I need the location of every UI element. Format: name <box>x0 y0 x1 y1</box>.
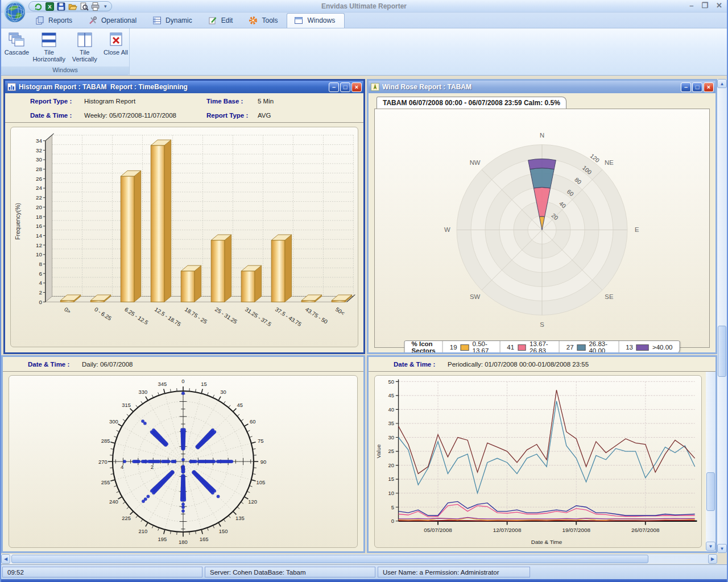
svg-text:26/07/2008: 26/07/2008 <box>631 527 660 533</box>
daily-date-time-label: Date & Time : <box>28 361 82 368</box>
windrose-close-button[interactable]: × <box>704 82 714 92</box>
legend-entry: 2726.83-40.00 <box>559 341 618 352</box>
svg-text:195: 195 <box>158 536 167 542</box>
svg-text:0: 0 <box>181 378 184 384</box>
windrose-chart: NNEESESSWWNW20406080100120 % Icon Sector… <box>374 109 710 348</box>
histogram-minimize-button[interactable]: – <box>329 82 339 92</box>
reports-icon <box>35 16 44 25</box>
svg-text:S: S <box>540 321 544 328</box>
svg-text:45: 45 <box>237 402 243 408</box>
tab-edit[interactable]: Edit <box>201 14 242 28</box>
svg-text:30: 30 <box>36 156 42 163</box>
svg-text:2: 2 <box>39 289 42 296</box>
svg-text:10: 10 <box>388 490 394 496</box>
svg-text:75: 75 <box>258 438 263 444</box>
periodic-line-chart: 0510152025303540455005/07/200812/07/2008… <box>374 375 702 548</box>
svg-text:14: 14 <box>36 232 42 239</box>
mdi-vscroll-up-button[interactable]: ▲ <box>717 79 727 88</box>
svg-text:150: 150 <box>219 528 228 534</box>
date-time-value: Weekly: 05/07/2008-11/07/2008 <box>84 112 206 119</box>
tab-tools[interactable]: Tools <box>242 14 287 28</box>
svg-text:270: 270 <box>98 459 107 465</box>
periodic-date-time-value: Periodically: 01/07/2008 00:00-01/08/200… <box>448 361 589 368</box>
mdi-vscroll-down-button[interactable]: ▼ <box>717 544 727 553</box>
svg-text:NE: NE <box>605 160 614 167</box>
svg-text:0>: 0> <box>63 306 72 314</box>
windrose-legend: % Icon Sectors 190.50-13.67 4113.67-26.8… <box>404 340 680 352</box>
tab-operational[interactable]: Operational <box>81 14 146 28</box>
mdi-hscroll-right-button[interactable]: ▶ <box>708 554 717 564</box>
legend-swatch-orange <box>461 344 469 351</box>
svg-text:N: N <box>540 132 544 139</box>
svg-text:120: 120 <box>248 498 257 505</box>
edit-icon <box>208 16 217 25</box>
time-base-label: Time Base : <box>206 98 258 105</box>
svg-text:28: 28 <box>36 166 42 172</box>
dynamic-icon <box>152 16 162 25</box>
windrose-window-titlebar[interactable]: Wind Rose Report : TABAM – □ × <box>369 81 715 93</box>
ribbon: Cascade Tile Horizontally Tile Verticall… <box>1 28 727 76</box>
app-restore-button[interactable]: ❐ <box>701 1 708 10</box>
svg-text:105: 105 <box>256 479 265 485</box>
svg-text:32: 32 <box>36 147 42 153</box>
histogram-window-icon <box>7 83 16 91</box>
mdi-vscroll-thumb[interactable] <box>718 326 726 377</box>
svg-text:0: 0 <box>39 299 42 305</box>
tab-windows[interactable]: Windows <box>287 13 345 28</box>
close-all-button[interactable]: Close All <box>104 30 128 65</box>
histogram-window-titlebar[interactable]: Histogram Report : TABAM Report : TimeBe… <box>5 81 363 93</box>
windows-icon <box>294 16 303 25</box>
date-time-label: Date & Time : <box>30 112 84 119</box>
window-vscroll-down-button[interactable]: ▼ <box>706 542 715 551</box>
window-vscroll-thumb[interactable] <box>706 472 715 511</box>
svg-text:05/07/2008: 05/07/2008 <box>424 527 452 533</box>
status-server: Server: Cohen DataBase: Tabam <box>205 567 375 577</box>
svg-text:22: 22 <box>36 194 42 201</box>
svg-text:SE: SE <box>605 293 614 300</box>
svg-text:0 - 6.25: 0 - 6.25 <box>93 306 113 322</box>
svg-text:315: 315 <box>122 402 131 408</box>
legend-entry: 4113.67-26.83 <box>499 341 559 352</box>
periodic-line-window: Date & Time : Periodically: 01/07/2008 0… <box>367 355 717 553</box>
app-minimize-button[interactable]: – <box>689 1 693 10</box>
window-vertical-scrollbar[interactable]: ▼ <box>706 372 715 551</box>
svg-text:135: 135 <box>235 515 245 521</box>
tile-horizontally-button[interactable]: Tile Horizontally <box>32 30 66 65</box>
mdi-hscroll-left-button[interactable]: ◀ <box>1 554 10 564</box>
close-all-icon <box>107 32 125 48</box>
windrose-maximize-button[interactable]: □ <box>692 82 702 92</box>
tile-vertically-button[interactable]: Tile Vertically <box>68 30 101 65</box>
svg-text:180: 180 <box>179 539 188 545</box>
tab-dynamic[interactable]: Dynamic <box>146 14 201 28</box>
windrose-tab-label[interactable]: TABAM 06/07/2008 00:00 - 06/07/2008 23:5… <box>377 97 566 109</box>
histogram-close-button[interactable]: × <box>351 82 362 92</box>
report-type-value: Histogram Report <box>84 98 206 105</box>
mdi-vertical-scrollbar[interactable]: ▲ ▼ <box>717 79 727 553</box>
periodic-date-time-label: Date & Time : <box>394 361 448 368</box>
tab-reports[interactable]: Reports <box>28 14 81 28</box>
cascade-button[interactable]: Cascade <box>3 30 30 65</box>
app-titlebar[interactable]: X ▾ Envidas Ultimate Reporter – ❐ ✕ <box>1 0 727 13</box>
application-window: X ▾ Envidas Ultimate Reporter – ❐ ✕ Repo… <box>0 0 728 582</box>
legend-swatch-pink <box>518 344 526 351</box>
svg-text:34: 34 <box>36 138 42 144</box>
svg-text:30: 30 <box>388 434 394 440</box>
windrose-minimize-button[interactable]: – <box>681 82 691 92</box>
mdi-hscroll-thumb[interactable] <box>11 555 648 563</box>
svg-text:12.5 - 18.75: 12.5 - 18.75 <box>154 306 182 327</box>
svg-text:19/07/2008: 19/07/2008 <box>562 527 590 533</box>
svg-text:300: 300 <box>109 418 118 425</box>
svg-text:25 - 31.25: 25 - 31.25 <box>214 306 239 325</box>
svg-text:8: 8 <box>39 261 42 267</box>
agg-type-value: AVG <box>258 112 363 119</box>
status-user: User Name: a Permission: Administrator <box>378 567 530 577</box>
svg-text:60: 60 <box>250 418 255 425</box>
histogram-maximize-button[interactable]: □ <box>340 82 350 92</box>
tile-horizontally-icon <box>40 32 57 48</box>
status-time: 09:52 <box>2 567 202 577</box>
mdi-horizontal-scrollbar[interactable]: ◀ ▶ <box>1 554 717 564</box>
app-globe-icon[interactable] <box>3 1 26 23</box>
app-close-button[interactable]: ✕ <box>716 1 722 10</box>
svg-text:210: 210 <box>139 528 148 534</box>
svg-text:26: 26 <box>36 176 42 182</box>
